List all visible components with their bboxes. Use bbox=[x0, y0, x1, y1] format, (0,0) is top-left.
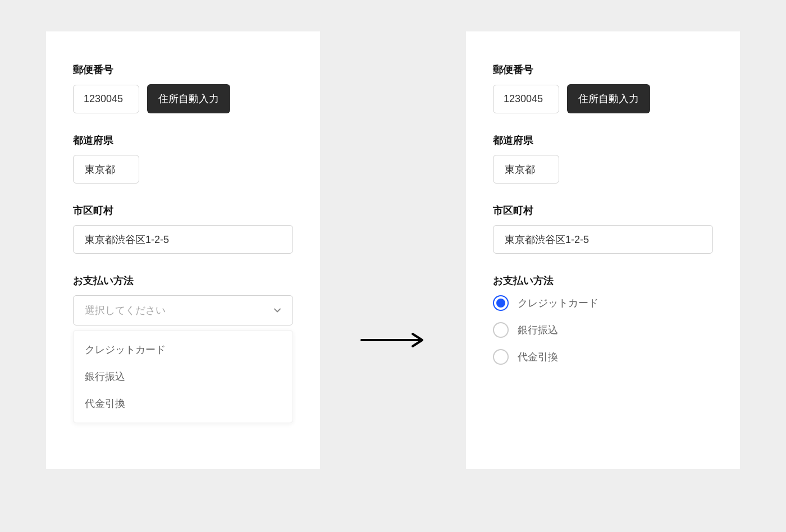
dropdown-option[interactable]: 代金引換 bbox=[74, 390, 293, 417]
payment-radio-option[interactable]: クレジットカード bbox=[493, 295, 713, 311]
radio-label: 代金引換 bbox=[518, 350, 558, 364]
postal-row: 住所自動入力 bbox=[493, 84, 713, 113]
dropdown-option[interactable]: クレジットカード bbox=[74, 336, 293, 363]
form-panel-before: 郵便番号 住所自動入力 都道府県 市区町村 お支払い方法 選択してください bbox=[46, 31, 320, 469]
postal-field-group: 郵便番号 住所自動入力 bbox=[73, 63, 293, 113]
arrow-right-icon bbox=[359, 332, 427, 348]
postal-label: 郵便番号 bbox=[493, 63, 713, 76]
radio-label: 銀行振込 bbox=[518, 323, 558, 337]
dropdown-option[interactable]: 銀行振込 bbox=[74, 363, 293, 390]
payment-radio-option[interactable]: 銀行振込 bbox=[493, 322, 713, 338]
radio-icon bbox=[493, 349, 509, 365]
prefecture-label: 都道府県 bbox=[73, 134, 293, 147]
city-label: 市区町村 bbox=[493, 204, 713, 217]
chevron-down-icon bbox=[273, 306, 281, 314]
prefecture-field-group: 都道府県 bbox=[73, 134, 293, 184]
payment-radio-option[interactable]: 代金引換 bbox=[493, 349, 713, 365]
payment-label: お支払い方法 bbox=[73, 274, 293, 287]
autofill-address-button[interactable]: 住所自動入力 bbox=[567, 84, 650, 113]
prefecture-field-group: 都道府県 bbox=[493, 134, 713, 184]
city-input[interactable] bbox=[73, 225, 293, 254]
payment-dropdown: クレジットカード 銀行振込 代金引換 bbox=[73, 330, 293, 423]
city-field-group: 市区町村 bbox=[73, 204, 293, 254]
radio-label: クレジットカード bbox=[518, 296, 598, 310]
payment-placeholder: 選択してください bbox=[85, 304, 166, 317]
radio-icon bbox=[493, 322, 509, 338]
payment-radio-group: クレジットカード 銀行振込 代金引換 bbox=[493, 295, 713, 365]
postal-input[interactable] bbox=[493, 85, 559, 113]
payment-field-group: お支払い方法 選択してください クレジットカード 銀行振込 代金引換 bbox=[73, 274, 293, 423]
payment-label: お支払い方法 bbox=[493, 274, 713, 287]
postal-input[interactable] bbox=[73, 85, 139, 113]
city-label: 市区町村 bbox=[73, 204, 293, 217]
payment-select[interactable]: 選択してください bbox=[73, 295, 293, 325]
form-panel-after: 郵便番号 住所自動入力 都道府県 市区町村 お支払い方法 クレジットカード bbox=[466, 31, 740, 469]
autofill-address-button[interactable]: 住所自動入力 bbox=[147, 84, 230, 113]
city-field-group: 市区町村 bbox=[493, 204, 713, 254]
prefecture-input[interactable] bbox=[73, 155, 139, 184]
radio-icon-selected bbox=[493, 295, 509, 311]
postal-label: 郵便番号 bbox=[73, 63, 293, 76]
prefecture-label: 都道府県 bbox=[493, 134, 713, 147]
postal-row: 住所自動入力 bbox=[73, 84, 293, 113]
city-input[interactable] bbox=[493, 225, 713, 254]
payment-field-group: お支払い方法 クレジットカード 銀行振込 代金引換 bbox=[493, 274, 713, 365]
prefecture-input[interactable] bbox=[493, 155, 559, 184]
postal-field-group: 郵便番号 住所自動入力 bbox=[493, 63, 713, 113]
